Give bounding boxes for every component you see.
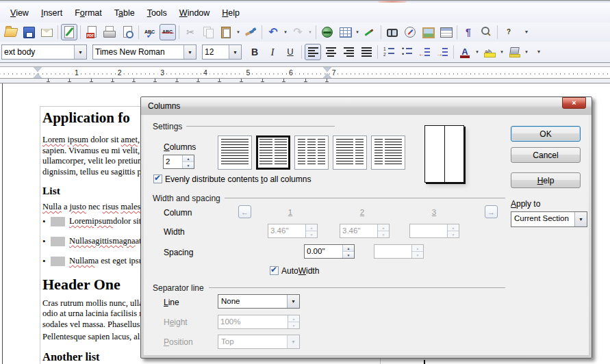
italic-button[interactable]: I: [264, 44, 281, 60]
line-position-label: Position: [164, 337, 193, 347]
navigator-button[interactable]: [402, 24, 418, 40]
bullet-list-button[interactable]: [398, 44, 415, 60]
zoom-button[interactable]: [478, 24, 494, 40]
email-document-button[interactable]: [38, 24, 55, 40]
help-button[interactable]: ?: [500, 24, 517, 40]
data-sources-button[interactable]: [437, 24, 454, 40]
highlighting-button[interactable]: [481, 44, 498, 60]
page-preview-button[interactable]: [119, 24, 136, 40]
insert-table-button[interactable]: [337, 24, 353, 40]
undo-dropdown-arrow[interactable]: ▾: [282, 25, 289, 40]
export-pdf-button[interactable]: [84, 24, 100, 40]
apply-to-dropdown[interactable]: Current Section ▼: [511, 211, 587, 227]
background-color-button[interactable]: [506, 44, 522, 60]
ruler-inch-5: 5: [244, 68, 252, 77]
column-preset-one-column[interactable]: [218, 135, 252, 170]
paste-dropdown-arrow[interactable]: ▾: [235, 25, 242, 40]
insert-table-dropdown-arrow[interactable]: ▾: [354, 25, 361, 40]
align-left-button[interactable]: [305, 44, 321, 60]
line-style-value[interactable]: None: [218, 295, 287, 308]
cancel-button[interactable]: Cancel: [511, 147, 581, 163]
print-button[interactable]: [101, 24, 118, 40]
help-button[interactable]: Help: [511, 172, 581, 188]
columns-count-value[interactable]: 2: [164, 155, 182, 168]
toolbar-overflow-button[interactable]: ▾: [518, 24, 535, 40]
formatting-marks-button[interactable]: ¶: [460, 24, 476, 40]
numbered-list-button[interactable]: [381, 44, 397, 60]
format-paintbrush-button[interactable]: [242, 24, 259, 40]
underline-button[interactable]: U: [282, 44, 298, 60]
font-name-combo[interactable]: Times New Roman ▼: [92, 44, 196, 60]
right-indent-marker[interactable]: [323, 67, 331, 78]
toolbar-overflow-button[interactable]: ▾: [531, 44, 547, 60]
redo-dropdown-arrow[interactable]: ▾: [307, 25, 314, 40]
spellcheck-button[interactable]: [142, 24, 158, 40]
gallery-button[interactable]: [420, 24, 436, 40]
menu-window[interactable]: Window: [173, 5, 216, 21]
columns-count-spinner[interactable]: 2 ▲▼: [163, 155, 194, 169]
save-button[interactable]: [21, 24, 37, 40]
evenly-distribute-checkbox[interactable]: [153, 174, 162, 183]
chevron-down-icon[interactable]: ▼: [74, 45, 86, 59]
spin-up-icon[interactable]: ▲: [183, 155, 194, 162]
hyperlink-button[interactable]: [319, 24, 335, 40]
menu-help[interactable]: Help: [216, 5, 246, 21]
column-preset-three-columns[interactable]: [294, 135, 329, 170]
spinner-buttons[interactable]: ▲▼: [342, 245, 354, 258]
menu-format[interactable]: Format: [68, 5, 108, 21]
decrease-indent-button[interactable]: [416, 44, 433, 60]
previous-column-button[interactable]: ←: [238, 205, 251, 218]
spinner-buttons[interactable]: ▲▼: [182, 155, 194, 168]
font-color-dropdown-arrow[interactable]: ▾: [474, 44, 481, 60]
toolbar-separator: [457, 25, 457, 39]
ok-button[interactable]: OK: [511, 126, 581, 142]
spacing-1-value[interactable]: 0.00": [305, 245, 342, 258]
undo-button[interactable]: ↶: [265, 24, 281, 40]
line-position-value: Top: [218, 335, 287, 348]
font-size-combo[interactable]: 12 ▼: [202, 44, 242, 60]
paste-button[interactable]: [218, 24, 234, 40]
menu-table[interactable]: Table: [108, 5, 141, 21]
autowidth-checkbox[interactable]: [270, 266, 279, 275]
align-center-button[interactable]: [322, 44, 339, 60]
find-and-replace-button[interactable]: [384, 24, 401, 40]
spin-down-icon[interactable]: ▼: [183, 162, 194, 168]
chevron-down-icon[interactable]: ▼: [287, 295, 299, 308]
menu-tools[interactable]: Tools: [141, 5, 173, 21]
background-color-dropdown-arrow[interactable]: ▾: [523, 44, 530, 60]
edit-file-button[interactable]: [61, 24, 77, 40]
text-run: ullamcorper, velit leo pretium: [42, 156, 144, 166]
font-name-value[interactable]: Times New Roman: [93, 45, 183, 59]
apply-to-value[interactable]: Current Section: [511, 212, 574, 226]
paragraph-style-value[interactable]: ext body: [2, 45, 74, 59]
bold-button[interactable]: B: [246, 44, 263, 60]
chevron-down-icon[interactable]: ▼: [229, 45, 241, 59]
dialog-titlebar[interactable]: Columns ×: [141, 97, 592, 115]
left-indent-marker[interactable]: [34, 67, 42, 78]
align-right-button[interactable]: [340, 44, 357, 60]
next-column-button[interactable]: →: [485, 205, 498, 218]
column-preset-left-weighted[interactable]: [333, 135, 367, 170]
font-color-button[interactable]: A: [457, 44, 473, 60]
paragraph-style-combo[interactable]: ext body ▼: [1, 44, 87, 60]
auto-spellcheck-button[interactable]: [160, 24, 176, 40]
spacing-1-field[interactable]: 0.00" ▲▼: [304, 244, 355, 259]
close-icon[interactable]: ×: [562, 97, 586, 109]
chevron-down-icon[interactable]: ▼: [574, 212, 587, 226]
highlighting-dropdown-arrow[interactable]: ▾: [498, 44, 505, 60]
menu-view[interactable]: View: [4, 5, 35, 21]
spin-down-icon[interactable]: ▼: [343, 252, 354, 258]
menu-insert[interactable]: Insert: [35, 5, 68, 21]
spin-up-icon[interactable]: ▲: [343, 245, 354, 252]
align-center-icon: [326, 47, 336, 57]
open-button[interactable]: [3, 24, 19, 40]
line-style-dropdown[interactable]: None ▼: [218, 294, 300, 309]
font-size-value[interactable]: 12: [203, 45, 229, 59]
show-draw-functions-button[interactable]: [361, 24, 378, 40]
horizontal-ruler[interactable]: 1234567: [0, 66, 610, 79]
column-preset-two-columns[interactable]: [256, 135, 290, 170]
column-preset-right-weighted[interactable]: [371, 135, 405, 170]
increase-indent-button[interactable]: [434, 44, 450, 60]
chevron-down-icon[interactable]: ▼: [183, 45, 196, 59]
align-justify-button[interactable]: [358, 44, 374, 60]
